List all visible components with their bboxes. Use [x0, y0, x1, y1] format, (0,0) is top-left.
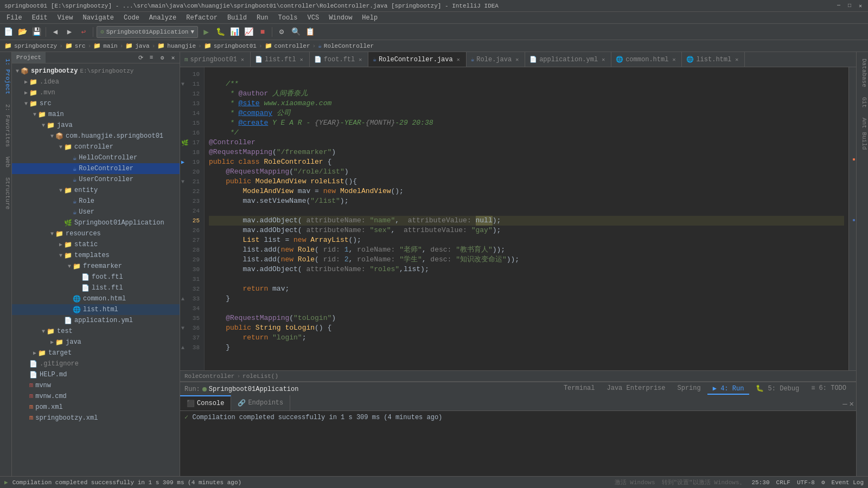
search-everywhere-button[interactable]: 🔍: [290, 26, 302, 38]
tab-todo[interactable]: ≡ 6: TODO: [806, 383, 852, 395]
debug-button[interactable]: 🐛: [214, 26, 226, 38]
project-panel-button[interactable]: 1: Project: [0, 54, 12, 99]
tree-item-idea[interactable]: ▶ 📁 .idea: [12, 76, 180, 87]
project-tab[interactable]: Project: [12, 52, 46, 63]
tab-run[interactable]: ▶ 4: Run: [707, 383, 750, 395]
menu-window[interactable]: Window: [324, 13, 356, 23]
tree-item-src[interactable]: ▼ 📁 src: [12, 98, 180, 109]
run-gutter-icon[interactable]: ▶: [181, 159, 184, 165]
tree-item-test-java[interactable]: ▶ 📁 java: [12, 337, 180, 348]
new-file-button[interactable]: 📄: [2, 26, 14, 38]
console-tab[interactable]: ⬛ Console: [180, 395, 231, 410]
fold-33-icon[interactable]: ▲: [181, 296, 184, 302]
settings-button[interactable]: ⚙: [276, 26, 288, 38]
tree-item-help-md[interactable]: 📄 HELP.md: [12, 369, 180, 380]
tree-item-mvnw[interactable]: m mvnw: [12, 380, 180, 391]
tab-foot-ftl-close[interactable]: ✕: [357, 56, 363, 63]
stop-button[interactable]: ■: [257, 26, 269, 38]
fold-36-icon[interactable]: ▼: [181, 325, 184, 331]
favorites-panel-button[interactable]: 2: Favorites: [0, 100, 12, 151]
tree-item-role[interactable]: ☕ Role: [12, 196, 180, 207]
tab-list-ftl[interactable]: 📄 list.ftl ✕: [251, 52, 310, 67]
tree-item-test[interactable]: ▼ 📁 test: [12, 326, 180, 337]
editor-scroll-indicator[interactable]: [848, 67, 856, 370]
project-configuration-dropdown[interactable]: ⚙ Springboot01Application ▼: [97, 26, 198, 38]
tree-item-mvnw-cmd[interactable]: m mvnw.cmd: [12, 391, 180, 402]
maximize-button[interactable]: □: [846, 3, 853, 9]
collapse-all-icon[interactable]: ≡: [147, 53, 156, 62]
line-ending-indicator[interactable]: CRLF: [776, 479, 790, 486]
tree-item-rolecontroller[interactable]: ☕ RoleController: [12, 163, 180, 174]
tab-common-html-close[interactable]: ✕: [671, 56, 677, 63]
web-panel-button[interactable]: Web: [0, 152, 12, 172]
tree-item-list-ftl[interactable]: 📄 list.ftl: [12, 282, 180, 293]
menu-tools[interactable]: Tools: [274, 13, 302, 23]
tab-debug[interactable]: 🐛 5: Debug: [750, 383, 805, 395]
nav-java[interactable]: java: [135, 43, 149, 49]
tree-item-freemarker[interactable]: ▼ 📁 freemarker: [12, 261, 180, 272]
close-button[interactable]: ✕: [857, 3, 864, 9]
tree-item-list-html[interactable]: 🌐 list.html: [12, 304, 180, 315]
menu-help[interactable]: Help: [358, 13, 382, 23]
tree-item-usercontroller[interactable]: ☕ UserController: [12, 174, 180, 185]
tab-spring[interactable]: Spring: [672, 383, 706, 395]
tree-item-target[interactable]: ▶ 📁 target: [12, 348, 180, 358]
tab-foot-ftl[interactable]: 📄 foot.ftl ✕: [310, 52, 369, 67]
tree-item-user[interactable]: ☕ User: [12, 207, 180, 217]
nav-springbootzy[interactable]: 📁: [4, 42, 12, 49]
nav-springbootzy-label[interactable]: springbootzy: [14, 43, 57, 49]
tree-item-main[interactable]: ▼ 📁 main: [12, 109, 180, 120]
tab-rolecontroller-close[interactable]: ✕: [455, 56, 462, 63]
tree-item-controller-folder[interactable]: ▼ 📁 controller: [12, 142, 180, 152]
panel-close-icon[interactable]: ✕: [850, 399, 854, 408]
menu-analyze[interactable]: Analyze: [145, 13, 181, 23]
tab-list-html[interactable]: 🌐 list.html ✕: [682, 52, 745, 67]
tree-item-templates[interactable]: ▼ 📁 templates: [12, 250, 180, 261]
profile-button[interactable]: 📊: [228, 26, 240, 38]
tree-item-hellocontroller[interactable]: ☕ HelloController: [12, 152, 180, 163]
fold-21-icon[interactable]: ▼: [181, 179, 184, 185]
tab-rolecontroller-java[interactable]: ☕ RoleController.java ✕: [368, 52, 466, 67]
forward-button[interactable]: ▶: [63, 26, 75, 38]
tree-item-resources[interactable]: ▼ 📁 resources: [12, 228, 180, 239]
fold-38-icon[interactable]: ▲: [181, 345, 184, 351]
settings-icon[interactable]: ⚙: [158, 53, 167, 62]
tab-list-ftl-close[interactable]: ✕: [298, 56, 305, 63]
tab-springboot01-close[interactable]: ✕: [239, 56, 246, 63]
tree-item-entity[interactable]: ▼ 📁 entity: [12, 185, 180, 196]
tab-common-html[interactable]: 🌐 common.html ✕: [611, 52, 682, 67]
settings-gear-icon[interactable]: ⚙: [821, 479, 825, 486]
minimize-button[interactable]: ─: [835, 3, 842, 9]
nav-controller[interactable]: controller: [275, 43, 310, 49]
tab-yaml-close[interactable]: ✕: [600, 56, 607, 63]
tree-item-springbootzy-xml[interactable]: m springbootzy.xml: [12, 413, 180, 423]
nav-src[interactable]: src: [75, 43, 86, 49]
code-content[interactable]: /** * @author 人间香奈儿 * @site www.xiaomage…: [205, 67, 848, 370]
tree-item-mvn[interactable]: ▶ 📁 .mvn: [12, 87, 180, 98]
breadcrumb-rolecontroller[interactable]: RoleController: [184, 373, 234, 380]
sync-icon[interactable]: ⟳: [136, 53, 145, 62]
encoding-indicator[interactable]: UTF-8: [797, 479, 815, 486]
tab-springboot01[interactable]: m springboot01 ✕: [180, 52, 251, 67]
structure-panel-button[interactable]: Structure: [0, 173, 12, 214]
tree-item-com[interactable]: ▼ 📦 com.huangjie.springboot01: [12, 131, 180, 142]
back-button[interactable]: ◀: [49, 26, 61, 38]
line-col-indicator[interactable]: 25:30: [752, 479, 770, 486]
close-panel-icon[interactable]: ✕: [169, 53, 177, 62]
tree-item-application-yml[interactable]: 📄 application.yml: [12, 315, 180, 326]
breadcrumb-rolelist[interactable]: roleList(): [242, 373, 278, 380]
tab-terminal[interactable]: Terminal: [558, 383, 601, 395]
tree-item-springboot01app[interactable]: 🌿 Springboot01Application: [12, 217, 180, 228]
menu-navigate[interactable]: Navigate: [78, 13, 118, 23]
tree-item-foot-ftl[interactable]: 📄 foot.ftl: [12, 272, 180, 282]
fold-11-icon[interactable]: ▼: [181, 81, 184, 87]
menu-view[interactable]: View: [53, 13, 78, 23]
tree-item-common-html[interactable]: 🌐 common.html: [12, 293, 180, 304]
nav-springboot01[interactable]: springboot01: [214, 43, 257, 49]
tab-role-java[interactable]: ☕ Role.java ✕: [467, 52, 525, 67]
panel-minimize-icon[interactable]: —: [843, 400, 847, 408]
save-button[interactable]: 💾: [30, 26, 42, 38]
tab-application-yml[interactable]: 📄 application.yml ✕: [525, 52, 611, 67]
coverage-button[interactable]: 📈: [242, 26, 254, 38]
nav-rolecontroller[interactable]: RoleController: [324, 43, 374, 49]
